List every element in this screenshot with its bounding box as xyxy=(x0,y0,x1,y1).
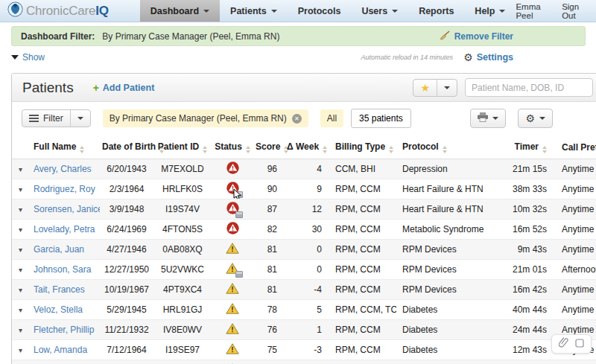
row-expand-caret-icon[interactable]: ▾ xyxy=(14,246,22,254)
patient-name-link[interactable]: Garcia, Juan xyxy=(34,244,84,255)
billing-type-cell: RPM, CCM xyxy=(329,199,396,220)
row-expand-caret-icon[interactable]: ▾ xyxy=(14,205,22,214)
alert-red-icon[interactable] xyxy=(226,162,239,176)
nav-item-dashboard[interactable]: Dashboard xyxy=(140,0,220,22)
patient-name-link[interactable]: Lovelady, Petra xyxy=(34,224,95,234)
full-name-cell: Veloz, Stella xyxy=(31,300,100,320)
row-expand-caret-icon[interactable]: ▾ xyxy=(14,226,22,234)
auto-reload-note: Automatic reload in 14 minutes xyxy=(361,54,454,61)
score-cell: 82 xyxy=(253,220,285,240)
alert-red-icon[interactable] xyxy=(226,182,239,197)
nav-item-reports[interactable]: Reports xyxy=(408,0,464,22)
print-button-group xyxy=(470,109,506,128)
dob-cell: 6/20/1943 xyxy=(100,159,153,179)
nav-item-protocols[interactable]: Protocols xyxy=(288,0,352,22)
protocol-cell: Diabetes xyxy=(396,320,499,340)
page-title: Patients xyxy=(22,80,74,96)
column-header[interactable]: Date of Birth xyxy=(100,135,153,159)
row-expand-caret-icon[interactable]: ▾ xyxy=(14,326,22,334)
patient-name-link[interactable]: Low, Amanda xyxy=(34,345,87,355)
billing-type-cell: RPM, CCM xyxy=(329,220,396,240)
patient-name-link[interactable]: Johnson, Sara xyxy=(34,264,91,275)
protocol-cell: Diabetes xyxy=(396,300,499,320)
patient-name-link[interactable]: Veloz, Stella xyxy=(34,304,83,315)
column-header[interactable]: Timer xyxy=(499,135,551,159)
table-toolbar: Filter By Primary Case Manager (Peel, Em… xyxy=(12,102,596,135)
row-expand-cell: ▾ xyxy=(12,340,31,360)
column-header[interactable]: Full Name xyxy=(31,135,100,159)
patient-search-input[interactable] xyxy=(465,78,593,97)
add-patient-button[interactable]: + Add Patient xyxy=(93,82,155,94)
call-preference-cell: Anytime xyxy=(551,159,596,179)
row-expand-caret-icon[interactable]: ▾ xyxy=(14,346,22,354)
full-name-cell: Johnson, Sara xyxy=(31,260,100,280)
patient-id-cell: IV8E0WV xyxy=(153,320,212,340)
column-header[interactable]: Protocol xyxy=(396,135,499,159)
row-expand-caret-icon[interactable]: ▾ xyxy=(14,185,22,194)
sort-icon xyxy=(246,146,250,153)
patient-id-cell: M7EXOLD xyxy=(153,159,212,179)
row-expand-cell: ▾ xyxy=(12,320,31,340)
sign-out-link[interactable]: Sign Out xyxy=(562,2,584,20)
brand-logo[interactable]: ChronicCareIQ xyxy=(0,0,119,22)
column-header[interactable]: Score xyxy=(253,135,285,159)
row-expand-caret-icon[interactable]: ▾ xyxy=(14,306,22,314)
warning-yellow-icon[interactable] xyxy=(226,343,239,357)
nav-item-patients[interactable]: Patients xyxy=(220,0,288,22)
remove-filter-link[interactable]: Remove Filter xyxy=(440,31,513,42)
patient-id-cell: I19S74V xyxy=(153,199,212,220)
table-settings-button[interactable]: ⚙ xyxy=(519,109,552,127)
remove-tag-icon[interactable]: ✕ xyxy=(292,114,302,124)
column-header[interactable]: Δ Week xyxy=(285,135,329,159)
column-header[interactable]: Patient ID xyxy=(153,135,212,159)
nav-item-users[interactable]: Users xyxy=(351,0,408,22)
full-name-cell: Garcia, Juan xyxy=(31,240,100,260)
score-cell: 87 xyxy=(253,199,285,220)
patient-name-link[interactable]: Tait, Frances xyxy=(34,284,85,295)
patient-name-link[interactable]: Rodriguez, Roy xyxy=(34,184,95,194)
attachment-icon[interactable] xyxy=(559,337,568,351)
filter-button[interactable]: Filter xyxy=(22,110,70,127)
billing-type-cell: RPM, CCM xyxy=(329,240,396,260)
warning-yellow-icon[interactable] xyxy=(226,323,239,336)
alert-red-icon[interactable] xyxy=(226,202,239,217)
column-header[interactable]: Status xyxy=(212,135,253,159)
patient-count-button[interactable]: 35 patients xyxy=(351,109,411,128)
note-icon[interactable] xyxy=(575,337,584,351)
row-expand-caret-icon[interactable]: ▾ xyxy=(14,165,22,173)
delta-week-cell: -13 xyxy=(285,360,329,364)
warning-yellow-icon[interactable] xyxy=(226,283,239,296)
patient-name-link[interactable]: Fletcher, Phillip xyxy=(34,325,94,335)
sort-icon xyxy=(323,146,327,153)
patient-name-link[interactable]: Avery, Charles xyxy=(34,164,92,174)
warning-yellow-icon[interactable] xyxy=(226,243,239,256)
call-preference-cell: Anytime xyxy=(551,179,596,199)
warning-yellow-icon[interactable] xyxy=(226,303,239,316)
row-expand-cell: ▾ xyxy=(12,199,31,220)
settings-link[interactable]: ⚙ Settings xyxy=(463,51,513,63)
row-expand-caret-icon[interactable]: ▾ xyxy=(14,266,22,274)
nav-item-help[interactable]: Help xyxy=(464,0,516,22)
column-header[interactable]: Call Preference xyxy=(551,135,596,159)
print-button[interactable] xyxy=(471,109,505,127)
favorites-dropdown-button[interactable] xyxy=(437,80,457,96)
show-toggle-link[interactable]: Show xyxy=(11,52,45,63)
row-expand-caret-icon[interactable]: ▾ xyxy=(14,286,22,294)
user-name-link[interactable]: Emma Peel xyxy=(516,2,545,20)
filter-dropdown-button[interactable] xyxy=(70,110,90,127)
full-name-cell: Fletcher, Phillip xyxy=(31,320,100,340)
chevron-down-icon xyxy=(539,117,545,120)
favorites-button[interactable]: ★ xyxy=(413,80,437,96)
alert-red-icon[interactable] xyxy=(226,222,239,237)
column-header[interactable]: Billing Type xyxy=(329,135,396,159)
protocol-cell: Metabolic Syndrome xyxy=(396,220,499,240)
filter-button-group: Filter xyxy=(22,109,91,127)
score-cell: 81 xyxy=(253,260,285,280)
list-icon xyxy=(29,115,39,122)
patient-name-link[interactable]: Sorensen, Janice xyxy=(34,204,100,214)
table-row: ▾Low, Amanda7/12/1964I19SE9775-3RPM, CCM… xyxy=(12,340,596,360)
protocol-cell: Diabetes xyxy=(396,340,499,360)
warning-yellow-icon[interactable] xyxy=(226,263,239,276)
table-row: ▾Sorensen, Janice3/9/1948I19S74V8712RPM,… xyxy=(12,199,596,220)
all-tag[interactable]: All xyxy=(320,109,343,127)
